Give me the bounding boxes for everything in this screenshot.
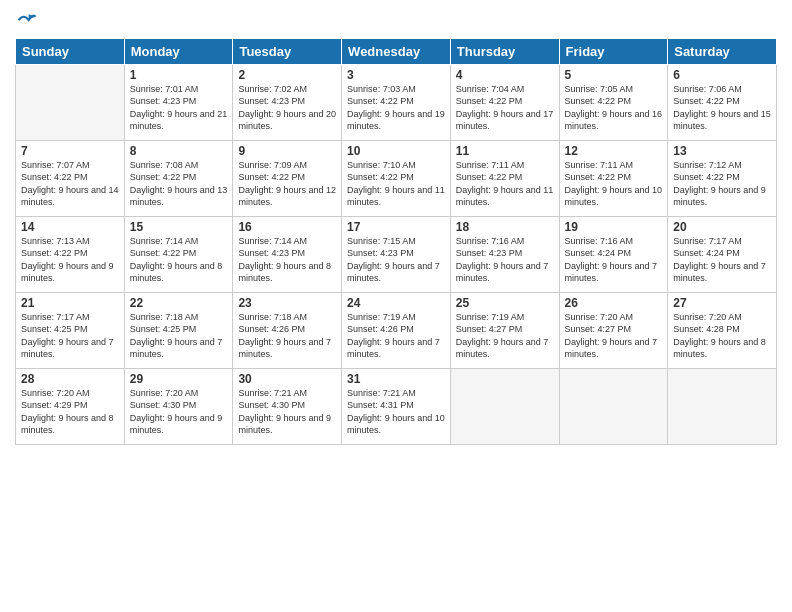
calendar-cell: 15Sunrise: 7:14 AMSunset: 4:22 PMDayligh… <box>124 217 233 293</box>
day-info: Sunrise: 7:10 AMSunset: 4:22 PMDaylight:… <box>347 159 445 208</box>
day-number: 5 <box>565 68 663 82</box>
day-info: Sunrise: 7:18 AMSunset: 4:25 PMDaylight:… <box>130 311 228 360</box>
day-info: Sunrise: 7:12 AMSunset: 4:22 PMDaylight:… <box>673 159 771 208</box>
calendar-cell: 25Sunrise: 7:19 AMSunset: 4:27 PMDayligh… <box>450 293 559 369</box>
calendar-cell: 13Sunrise: 7:12 AMSunset: 4:22 PMDayligh… <box>668 141 777 217</box>
weekday-header-monday: Monday <box>124 39 233 65</box>
day-number: 20 <box>673 220 771 234</box>
calendar-cell: 5Sunrise: 7:05 AMSunset: 4:22 PMDaylight… <box>559 65 668 141</box>
day-number: 7 <box>21 144 119 158</box>
day-number: 16 <box>238 220 336 234</box>
calendar-cell: 20Sunrise: 7:17 AMSunset: 4:24 PMDayligh… <box>668 217 777 293</box>
calendar-cell: 12Sunrise: 7:11 AMSunset: 4:22 PMDayligh… <box>559 141 668 217</box>
day-number: 29 <box>130 372 228 386</box>
day-info: Sunrise: 7:11 AMSunset: 4:22 PMDaylight:… <box>456 159 554 208</box>
day-info: Sunrise: 7:20 AMSunset: 4:30 PMDaylight:… <box>130 387 228 436</box>
calendar-cell: 30Sunrise: 7:21 AMSunset: 4:30 PMDayligh… <box>233 369 342 445</box>
day-info: Sunrise: 7:14 AMSunset: 4:23 PMDaylight:… <box>238 235 336 284</box>
calendar-cell: 26Sunrise: 7:20 AMSunset: 4:27 PMDayligh… <box>559 293 668 369</box>
day-info: Sunrise: 7:19 AMSunset: 4:26 PMDaylight:… <box>347 311 445 360</box>
calendar-week-1: 7Sunrise: 7:07 AMSunset: 4:22 PMDaylight… <box>16 141 777 217</box>
calendar-cell: 21Sunrise: 7:17 AMSunset: 4:25 PMDayligh… <box>16 293 125 369</box>
calendar-cell: 14Sunrise: 7:13 AMSunset: 4:22 PMDayligh… <box>16 217 125 293</box>
day-number: 11 <box>456 144 554 158</box>
day-number: 17 <box>347 220 445 234</box>
calendar-cell <box>559 369 668 445</box>
calendar-cell: 29Sunrise: 7:20 AMSunset: 4:30 PMDayligh… <box>124 369 233 445</box>
calendar-week-0: 1Sunrise: 7:01 AMSunset: 4:23 PMDaylight… <box>16 65 777 141</box>
calendar-cell: 4Sunrise: 7:04 AMSunset: 4:22 PMDaylight… <box>450 65 559 141</box>
weekday-header-saturday: Saturday <box>668 39 777 65</box>
day-number: 30 <box>238 372 336 386</box>
day-info: Sunrise: 7:16 AMSunset: 4:24 PMDaylight:… <box>565 235 663 284</box>
calendar-cell: 18Sunrise: 7:16 AMSunset: 4:23 PMDayligh… <box>450 217 559 293</box>
calendar-cell: 2Sunrise: 7:02 AMSunset: 4:23 PMDaylight… <box>233 65 342 141</box>
day-info: Sunrise: 7:21 AMSunset: 4:30 PMDaylight:… <box>238 387 336 436</box>
weekday-header-tuesday: Tuesday <box>233 39 342 65</box>
calendar-cell: 16Sunrise: 7:14 AMSunset: 4:23 PMDayligh… <box>233 217 342 293</box>
day-number: 23 <box>238 296 336 310</box>
day-number: 2 <box>238 68 336 82</box>
calendar-cell: 24Sunrise: 7:19 AMSunset: 4:26 PMDayligh… <box>342 293 451 369</box>
day-info: Sunrise: 7:19 AMSunset: 4:27 PMDaylight:… <box>456 311 554 360</box>
calendar-week-4: 28Sunrise: 7:20 AMSunset: 4:29 PMDayligh… <box>16 369 777 445</box>
day-info: Sunrise: 7:21 AMSunset: 4:31 PMDaylight:… <box>347 387 445 436</box>
calendar-cell: 22Sunrise: 7:18 AMSunset: 4:25 PMDayligh… <box>124 293 233 369</box>
day-info: Sunrise: 7:17 AMSunset: 4:25 PMDaylight:… <box>21 311 119 360</box>
calendar-cell: 8Sunrise: 7:08 AMSunset: 4:22 PMDaylight… <box>124 141 233 217</box>
day-info: Sunrise: 7:03 AMSunset: 4:22 PMDaylight:… <box>347 83 445 132</box>
day-info: Sunrise: 7:01 AMSunset: 4:23 PMDaylight:… <box>130 83 228 132</box>
day-info: Sunrise: 7:04 AMSunset: 4:22 PMDaylight:… <box>456 83 554 132</box>
weekday-header-thursday: Thursday <box>450 39 559 65</box>
day-info: Sunrise: 7:16 AMSunset: 4:23 PMDaylight:… <box>456 235 554 284</box>
logo <box>15 10 37 30</box>
calendar-cell: 1Sunrise: 7:01 AMSunset: 4:23 PMDaylight… <box>124 65 233 141</box>
day-number: 15 <box>130 220 228 234</box>
day-number: 31 <box>347 372 445 386</box>
day-number: 28 <box>21 372 119 386</box>
day-number: 26 <box>565 296 663 310</box>
day-number: 6 <box>673 68 771 82</box>
calendar-cell <box>668 369 777 445</box>
calendar-cell: 31Sunrise: 7:21 AMSunset: 4:31 PMDayligh… <box>342 369 451 445</box>
day-info: Sunrise: 7:02 AMSunset: 4:23 PMDaylight:… <box>238 83 336 132</box>
day-number: 24 <box>347 296 445 310</box>
calendar-week-2: 14Sunrise: 7:13 AMSunset: 4:22 PMDayligh… <box>16 217 777 293</box>
day-number: 14 <box>21 220 119 234</box>
calendar-cell: 28Sunrise: 7:20 AMSunset: 4:29 PMDayligh… <box>16 369 125 445</box>
day-info: Sunrise: 7:20 AMSunset: 4:27 PMDaylight:… <box>565 311 663 360</box>
day-number: 27 <box>673 296 771 310</box>
day-number: 3 <box>347 68 445 82</box>
weekday-header-friday: Friday <box>559 39 668 65</box>
day-info: Sunrise: 7:20 AMSunset: 4:28 PMDaylight:… <box>673 311 771 360</box>
header <box>15 10 777 30</box>
day-number: 1 <box>130 68 228 82</box>
calendar-cell: 17Sunrise: 7:15 AMSunset: 4:23 PMDayligh… <box>342 217 451 293</box>
weekday-header-sunday: Sunday <box>16 39 125 65</box>
day-number: 19 <box>565 220 663 234</box>
day-info: Sunrise: 7:14 AMSunset: 4:22 PMDaylight:… <box>130 235 228 284</box>
calendar-cell <box>450 369 559 445</box>
calendar-cell: 3Sunrise: 7:03 AMSunset: 4:22 PMDaylight… <box>342 65 451 141</box>
day-number: 8 <box>130 144 228 158</box>
calendar-cell: 23Sunrise: 7:18 AMSunset: 4:26 PMDayligh… <box>233 293 342 369</box>
day-number: 25 <box>456 296 554 310</box>
weekday-header-wednesday: Wednesday <box>342 39 451 65</box>
calendar-cell <box>16 65 125 141</box>
day-info: Sunrise: 7:11 AMSunset: 4:22 PMDaylight:… <box>565 159 663 208</box>
day-info: Sunrise: 7:18 AMSunset: 4:26 PMDaylight:… <box>238 311 336 360</box>
calendar-cell: 7Sunrise: 7:07 AMSunset: 4:22 PMDaylight… <box>16 141 125 217</box>
day-info: Sunrise: 7:07 AMSunset: 4:22 PMDaylight:… <box>21 159 119 208</box>
day-info: Sunrise: 7:05 AMSunset: 4:22 PMDaylight:… <box>565 83 663 132</box>
day-info: Sunrise: 7:20 AMSunset: 4:29 PMDaylight:… <box>21 387 119 436</box>
page-container: SundayMondayTuesdayWednesdayThursdayFrid… <box>0 0 792 612</box>
day-number: 12 <box>565 144 663 158</box>
day-info: Sunrise: 7:13 AMSunset: 4:22 PMDaylight:… <box>21 235 119 284</box>
day-info: Sunrise: 7:09 AMSunset: 4:22 PMDaylight:… <box>238 159 336 208</box>
weekday-header-row: SundayMondayTuesdayWednesdayThursdayFrid… <box>16 39 777 65</box>
calendar-cell: 10Sunrise: 7:10 AMSunset: 4:22 PMDayligh… <box>342 141 451 217</box>
day-info: Sunrise: 7:15 AMSunset: 4:23 PMDaylight:… <box>347 235 445 284</box>
day-number: 18 <box>456 220 554 234</box>
day-number: 21 <box>21 296 119 310</box>
calendar-cell: 27Sunrise: 7:20 AMSunset: 4:28 PMDayligh… <box>668 293 777 369</box>
